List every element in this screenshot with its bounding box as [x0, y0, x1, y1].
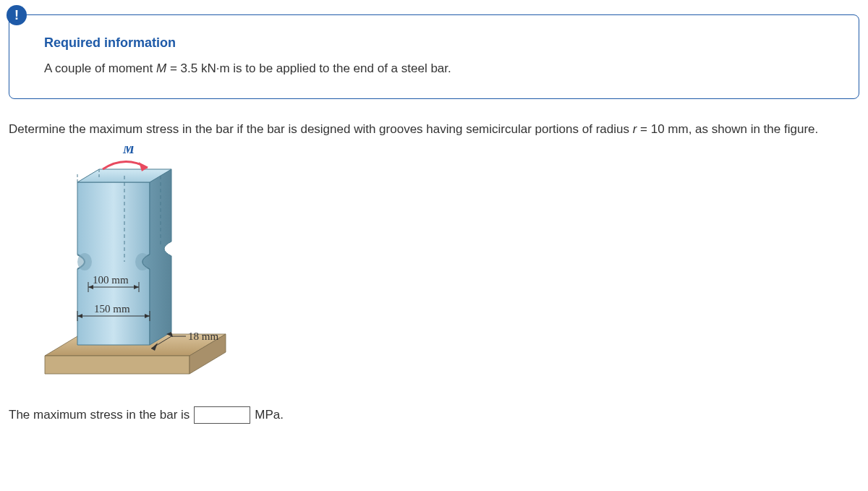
alert-icon: !	[7, 5, 27, 25]
info-text: A couple of moment M = 3.5 kN·m is to be…	[44, 59, 824, 78]
left-groove-fill	[77, 253, 92, 270]
answer-row: The maximum stress in the bar is MPa.	[9, 406, 859, 424]
dim-100-text: 100 mm	[93, 274, 129, 286]
dim-18-text: 18 mm	[188, 330, 218, 342]
dim-150-text: 150 mm	[94, 303, 130, 315]
question-suffix: = 10 mm, as shown in the figure.	[637, 122, 818, 136]
required-info-box: ! Required information A couple of momen…	[9, 14, 859, 99]
info-text-prefix: A couple of moment	[44, 61, 156, 75]
question-prefix: Determine the maximum stress in the bar …	[9, 122, 633, 136]
label-M: M	[122, 146, 135, 156]
question-text: Determine the maximum stress in the bar …	[9, 119, 859, 139]
alert-icon-glyph: !	[14, 8, 19, 23]
answer-prefix: The maximum stress in the bar is	[9, 408, 190, 422]
stress-input[interactable]	[194, 406, 250, 424]
required-heading: Required information	[44, 35, 824, 51]
bar-diagram: M 100 mm 150 mm 18 mm	[30, 146, 247, 385]
bar-diagram-svg: M 100 mm 150 mm 18 mm	[30, 146, 247, 385]
info-text-suffix: = 3.5 kN·m is to be applied to the end o…	[166, 61, 451, 75]
info-text-var: M	[156, 61, 166, 75]
answer-unit: MPa.	[255, 408, 284, 422]
base-front	[45, 356, 190, 374]
